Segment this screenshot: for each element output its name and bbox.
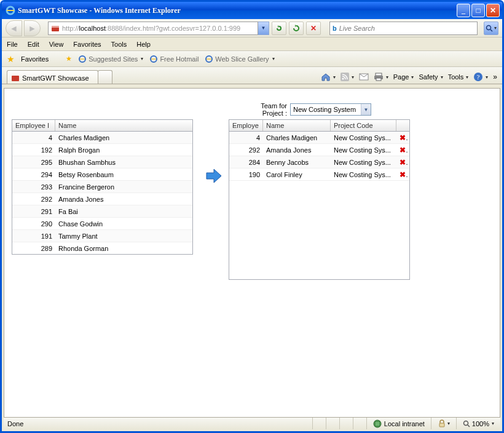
project-select[interactable]: New Costing System ▼	[290, 103, 371, 116]
menu-edit[interactable]: Edit	[28, 41, 39, 48]
table-row[interactable]: 290Chase Godwin	[12, 218, 192, 230]
overflow-button[interactable]: »	[493, 73, 497, 81]
svg-point-20	[463, 421, 468, 425]
cell-id: 4	[229, 134, 263, 141]
protected-mode-button[interactable]: ▾	[431, 418, 456, 429]
close-button[interactable]: ✕	[486, 4, 500, 17]
team-grid-body[interactable]: 4Charles MadigenNew Costing Sys...✖292Am…	[229, 132, 409, 279]
table-row[interactable]: 295Bhushan Sambhus	[12, 156, 192, 169]
employees-grid: Employee I Name 4Charles Madigen192Ralph…	[12, 119, 193, 255]
refresh-button[interactable]	[289, 22, 304, 35]
help-button[interactable]: ?▾	[473, 72, 488, 82]
table-row[interactable]: 192Ralph Brogan	[12, 144, 192, 156]
back-button[interactable]: ◄	[6, 20, 22, 36]
safety-menu[interactable]: Safety▾	[419, 73, 443, 81]
favorites-star-icon[interactable]: ★	[7, 54, 15, 64]
team-grid-header: Employe Name Project Code	[229, 120, 409, 132]
cell-name: Francine Bergeron	[55, 183, 181, 191]
col-team-name[interactable]: Name	[263, 120, 331, 131]
remove-icon[interactable]: ✖	[400, 170, 408, 179]
maximize-button[interactable]: □	[471, 4, 485, 17]
favorites-label: Favorites	[21, 55, 49, 63]
table-row[interactable]: 284Benny JacobsNew Costing Sys...✖	[229, 156, 409, 169]
col-project-code[interactable]: Project Code	[331, 120, 396, 131]
command-bar: ▾ ▾ ▾ Page▾ Safety▾ Tools▾ ?▾ »	[321, 72, 497, 82]
feeds-button[interactable]: ▾	[341, 73, 354, 81]
chevron-down-icon: ▼	[361, 104, 371, 115]
print-button[interactable]: ▾	[374, 73, 388, 81]
address-dropdown[interactable]: ▼	[258, 22, 269, 35]
cell-id: 291	[12, 208, 55, 215]
table-row[interactable]: 4Charles Madigen	[12, 132, 192, 144]
remove-icon[interactable]: ✖	[400, 158, 408, 167]
col-name[interactable]: Name	[55, 120, 181, 131]
refresh-split-button[interactable]	[272, 22, 286, 35]
new-tab-button[interactable]	[98, 70, 112, 84]
forward-button[interactable]: ►	[24, 20, 41, 36]
employees-grid-body[interactable]: 4Charles Madigen192Ralph Brogan295Bhusha…	[12, 132, 192, 254]
table-row[interactable]: 291Fa Bai	[12, 205, 192, 218]
cell-name: Chase Godwin	[55, 220, 181, 228]
svg-point-3	[487, 25, 491, 30]
table-row[interactable]: 289Rhonda Gorman	[12, 242, 192, 254]
cell-id: 294	[12, 171, 55, 178]
favorites-bar: ★ Favorites ★ Suggested Sites▾ Free Hotm…	[2, 51, 502, 67]
tools-menu[interactable]: Tools▾	[448, 73, 469, 81]
cell-name: Tammy Plant	[55, 232, 181, 240]
cell-name: Charles Madigen	[263, 134, 331, 141]
cell-project: New Costing Sys...	[331, 171, 396, 178]
read-mail-button[interactable]	[359, 73, 369, 81]
status-done: Done	[4, 420, 312, 427]
table-row[interactable]: 191Tammy Plant	[12, 230, 192, 242]
search-button[interactable]: ▾	[484, 22, 498, 35]
add-favorite-icon[interactable]: ★	[66, 55, 72, 63]
minimize-button[interactable]: _	[457, 4, 470, 17]
nav-row: ◄ ► http://localhost:8888/index.html?gwt…	[2, 19, 502, 38]
url-scheme: http://	[62, 25, 79, 32]
page-menu[interactable]: Page▾	[393, 73, 414, 81]
remove-icon[interactable]: ✖	[400, 133, 408, 142]
window-title: SmartGWT Showcase - Windows Internet Exp…	[18, 6, 455, 15]
cell-id: 292	[229, 146, 263, 154]
cell-id: 191	[12, 232, 55, 240]
svg-rect-2	[52, 26, 59, 28]
cell-project: New Costing Sys...	[331, 159, 396, 166]
menu-favorites[interactable]: Favorites	[73, 41, 101, 48]
menu-help[interactable]: Help	[136, 41, 151, 48]
stop-button[interactable]: ✕	[306, 22, 321, 35]
table-row[interactable]: 292Amanda Jones	[12, 193, 192, 205]
web-slice-gallery-link[interactable]: Web Slice Gallery▾	[205, 55, 274, 63]
remove-icon[interactable]: ✖	[400, 146, 408, 154]
tab-smartgwt-showcase[interactable]: SmartGWT Showcase	[7, 70, 98, 84]
table-row[interactable]: 293Francine Bergeron	[12, 181, 192, 193]
col-team-employee-id[interactable]: Employe	[229, 120, 263, 131]
cell-name: Bhushan Sambhus	[55, 159, 181, 166]
table-row[interactable]: 292Amanda JonesNew Costing Sys...✖	[229, 144, 409, 156]
svg-rect-14	[376, 78, 381, 81]
zoom-button[interactable]: 100% ▾	[456, 418, 500, 429]
svg-rect-8	[12, 76, 19, 81]
table-row[interactable]: 294Betsy Rosenbaum	[12, 169, 192, 181]
menu-view[interactable]: View	[49, 41, 64, 48]
svg-line-4	[490, 30, 492, 31]
tab-favicon	[11, 74, 20, 82]
page-favicon	[51, 24, 60, 33]
search-box[interactable]: b Live Search	[329, 22, 478, 35]
free-hotmail-link[interactable]: Free Hotmail	[149, 55, 199, 63]
search-placeholder: Live Search	[339, 25, 375, 32]
table-row[interactable]: 190Carol FinleyNew Costing Sys...✖	[229, 169, 409, 181]
employees-grid-header: Employee I Name	[12, 120, 192, 132]
svg-rect-19	[439, 423, 444, 427]
cell-name: Rhonda Gorman	[55, 245, 181, 252]
cell-id: 293	[12, 183, 55, 191]
table-row[interactable]: 4Charles MadigenNew Costing Sys...✖	[229, 132, 409, 144]
suggested-sites-link[interactable]: Suggested Sites▾	[78, 55, 143, 63]
cell-name: Amanda Jones	[55, 196, 181, 203]
col-employee-id[interactable]: Employee I	[12, 120, 55, 131]
address-bar[interactable]: http://localhost:8888/index.html?gwt.cod…	[48, 22, 269, 35]
cell-name: Amanda Jones	[263, 146, 331, 154]
home-button[interactable]: ▾	[321, 72, 336, 82]
menu-file[interactable]: File	[7, 41, 18, 48]
copy-arrow-icon[interactable]	[205, 169, 222, 183]
menu-tools[interactable]: Tools	[111, 41, 127, 48]
